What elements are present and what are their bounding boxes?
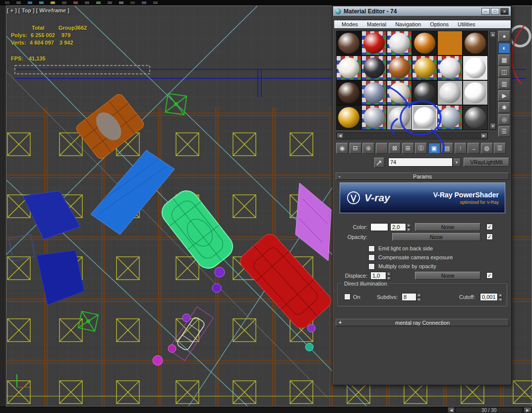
menu-utilities[interactable]: Utilities xyxy=(453,21,479,27)
show-end-result-icon[interactable]: ▤ xyxy=(441,143,453,154)
go-to-parent-icon[interactable]: ↑ xyxy=(455,143,467,154)
subdivs-spinner[interactable]: 8 ▴▾ xyxy=(402,293,421,302)
material-slot-7[interactable] xyxy=(336,56,361,80)
menu-navigation[interactable]: Navigation xyxy=(391,21,425,27)
color-map-button[interactable]: None xyxy=(415,223,480,231)
material-slot-11[interactable] xyxy=(437,56,463,80)
subdivs-field[interactable]: 8 xyxy=(402,293,416,301)
option-checkbox[interactable] xyxy=(368,245,375,252)
minimize-button[interactable]: − xyxy=(481,8,490,15)
spinner-down-icon[interactable]: ▾ xyxy=(386,276,391,281)
material-slot-4[interactable] xyxy=(412,31,437,56)
displace-map-button[interactable]: None xyxy=(415,272,480,280)
close-button[interactable]: × xyxy=(500,8,509,15)
dropdown-icon[interactable]: ▼ xyxy=(453,158,461,167)
viewport-label[interactable]: [ + ] [ Top ] [ Wireframe ] xyxy=(7,7,69,13)
color-map-enable-checkbox[interactable]: ✓ xyxy=(486,224,493,230)
material-slot-23[interactable] xyxy=(437,105,463,130)
material-editor-window[interactable]: Material Editor - 74 − □ × ModesMaterial… xyxy=(332,5,512,385)
backlight-icon[interactable]: ◐ xyxy=(498,43,510,54)
make-unique-icon[interactable]: ⊠ xyxy=(389,143,401,154)
get-material-icon[interactable]: ◉ xyxy=(336,143,348,154)
material-slot-5[interactable] xyxy=(437,31,463,56)
slot-horizontal-scrollbar[interactable]: ◀ ▶ xyxy=(336,132,488,139)
material-slot-20[interactable] xyxy=(361,105,387,130)
material-slot-13[interactable] xyxy=(336,80,361,105)
navigator-icon[interactable]: ☰ xyxy=(494,143,506,154)
make-preview-icon[interactable]: ▶ xyxy=(498,90,510,101)
option-checkbox[interactable] xyxy=(368,263,375,270)
material-slot-10[interactable] xyxy=(412,56,437,80)
maximize-button[interactable]: □ xyxy=(491,8,499,15)
menu-modes[interactable]: Modes xyxy=(337,21,362,27)
spinner-up-icon[interactable]: ▴ xyxy=(498,293,503,297)
material-name-combo[interactable]: 74 ▼ xyxy=(388,158,461,167)
pick-material-button[interactable] xyxy=(374,158,384,168)
material-slot-9[interactable] xyxy=(387,56,412,80)
material-slot-6[interactable] xyxy=(463,31,488,56)
select-by-material-icon[interactable]: ◎ xyxy=(498,114,510,125)
material-slot-19[interactable] xyxy=(336,105,361,130)
displace-map-enable-checkbox[interactable]: ✓ xyxy=(486,272,493,279)
material-slot-16[interactable] xyxy=(412,80,437,105)
go-forward-sibling-icon[interactable]: → xyxy=(468,143,479,154)
put-to-library-icon[interactable]: ⊞ xyxy=(402,143,414,154)
material-id-icon[interactable]: ⓪ xyxy=(415,143,427,154)
color-swatch[interactable] xyxy=(370,223,388,231)
spinner-up-icon[interactable]: ▴ xyxy=(416,293,421,297)
spinner-down-icon[interactable]: ▾ xyxy=(416,297,421,302)
on-checkbox[interactable] xyxy=(344,294,351,300)
opacity-map-button[interactable]: None xyxy=(392,233,480,241)
material-type-button[interactable]: VRayLightMtl xyxy=(464,158,509,167)
displace-field[interactable]: 1,0 xyxy=(370,272,386,280)
reset-map-icon[interactable]: × xyxy=(376,143,388,154)
material-slot-24[interactable] xyxy=(463,105,488,130)
expand-icon[interactable]: + xyxy=(339,319,342,325)
material-slot-3[interactable] xyxy=(387,31,412,56)
show-map-in-viewport-icon[interactable]: ▣ xyxy=(428,143,440,154)
material-slot-21[interactable] xyxy=(387,105,412,130)
material-slot-8[interactable] xyxy=(361,56,387,80)
material-slot-2[interactable] xyxy=(361,31,387,56)
timeline-right-icon[interactable]: ▶ xyxy=(524,407,532,413)
color-multiplier-field[interactable]: 2,0 xyxy=(390,223,406,231)
scroll-up-icon[interactable]: ▲ xyxy=(490,31,496,38)
menu-material[interactable]: Material xyxy=(362,21,391,27)
spinner-down-icon[interactable]: ▾ xyxy=(498,297,503,302)
material-slot-1[interactable] xyxy=(336,31,361,56)
mental-ray-rollout[interactable]: + mental ray Connection xyxy=(336,319,509,326)
material-slot-22[interactable] xyxy=(412,105,437,130)
option-checkbox[interactable] xyxy=(368,254,375,261)
slot-vertical-scrollbar[interactable]: ▲ ▼ xyxy=(489,31,496,130)
material-map-navigator-icon[interactable]: ☰ xyxy=(498,126,510,137)
assign-to-selection-icon[interactable]: ⊕ xyxy=(362,143,374,154)
material-slot-12[interactable] xyxy=(463,56,488,80)
sample-type-icon[interactable]: ● xyxy=(498,31,510,42)
video-color-check-icon[interactable]: ▥ xyxy=(498,78,510,89)
cutoff-field[interactable]: 0,001 xyxy=(480,293,498,301)
put-to-scene-icon[interactable]: ⊟ xyxy=(350,143,361,154)
scroll-left-icon[interactable]: ◀ xyxy=(337,133,344,139)
collapse-icon[interactable]: - xyxy=(339,173,341,179)
color-multiplier-spinner[interactable]: 2,0 ▴▾ xyxy=(390,223,411,232)
material-slot-15[interactable] xyxy=(387,80,412,105)
cutoff-spinner[interactable]: 0,001 ▴▾ xyxy=(480,293,503,302)
timeline-left-icon[interactable]: ◀ xyxy=(448,407,455,413)
scroll-right-icon[interactable]: ▶ xyxy=(480,133,487,139)
material-name-field[interactable]: 74 xyxy=(388,158,453,167)
sample-uv-tiling-icon[interactable]: ◫ xyxy=(498,66,510,77)
menu-bar[interactable]: ModesMaterialNavigationOptionsUtilities xyxy=(334,20,511,29)
menu-options[interactable]: Options xyxy=(425,21,453,27)
params-rollout[interactable]: - Params xyxy=(336,173,509,180)
background-icon[interactable]: ▦ xyxy=(498,55,510,65)
displace-spinner[interactable]: 1,0 ▴▾ xyxy=(370,272,391,281)
spinner-up-icon[interactable]: ▴ xyxy=(386,272,391,276)
title-bar[interactable]: Material Editor - 74 − □ × xyxy=(333,6,511,16)
material-slot-14[interactable] xyxy=(361,80,387,105)
material-slot-17[interactable] xyxy=(437,80,463,105)
options-icon[interactable]: ✱ xyxy=(498,102,510,113)
spinner-down-icon[interactable]: ▾ xyxy=(406,228,411,232)
spinner-up-icon[interactable]: ▴ xyxy=(406,223,411,228)
scroll-down-icon[interactable]: ▼ xyxy=(490,123,496,129)
opacity-map-enable-checkbox[interactable]: ✓ xyxy=(486,234,493,240)
